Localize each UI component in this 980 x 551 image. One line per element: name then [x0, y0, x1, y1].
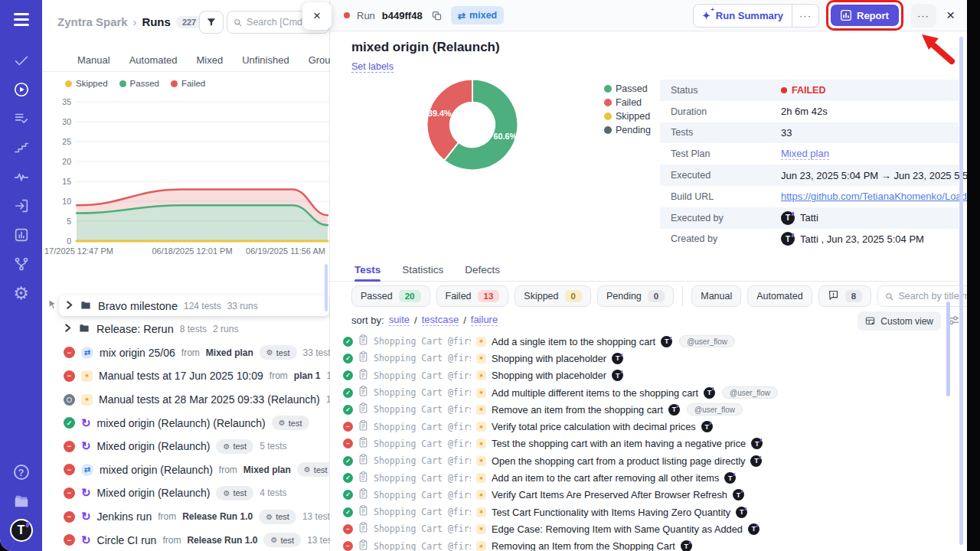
test-row[interactable]: −Shopping Cart @firs...✶Test the shoppin… — [330, 435, 958, 452]
test-row[interactable]: ✓Shopping Cart @firs...✶Add multiple dif… — [330, 384, 958, 401]
tab-mixed[interactable]: Mixed — [197, 54, 224, 66]
run-plan-name[interactable]: plan 1 — [294, 370, 321, 381]
user-avatar-button[interactable]: T — [0, 516, 42, 545]
clipboard-icon — [358, 454, 368, 465]
run-type-badge[interactable]: ⇄ mixed — [451, 6, 505, 24]
run-from-label: from — [270, 370, 288, 381]
test-row[interactable]: ✓Shopping Cart @firs...✶Add an item to t… — [330, 469, 958, 486]
tag-label: test — [276, 512, 289, 521]
filter-chip-passed[interactable]: Passed20 — [351, 285, 430, 307]
run-list-item[interactable]: −⇄mix origin 25/06fromMixed plan⚙test33 … — [42, 341, 329, 365]
donut-legend-item: Failed — [604, 97, 651, 108]
sidebar-item-activity[interactable] — [0, 162, 42, 191]
runs-panel-scrollbar[interactable] — [325, 264, 328, 311]
tab-tests[interactable]: Tests — [354, 258, 381, 281]
filter-chip-automated[interactable]: Automated — [747, 285, 812, 307]
run-summary-more-button[interactable]: ··· — [792, 5, 818, 27]
details-row: StatusFAILED — [660, 80, 959, 101]
run-group-row[interactable]: Release: Rerun8 tests2 runs — [42, 318, 329, 341]
test-row[interactable]: −Shopping Cart @firs...✶Removing an Item… — [330, 538, 958, 551]
projects-button[interactable] — [0, 487, 42, 516]
relaunch-run-icon: ↻ — [81, 486, 91, 500]
test-row[interactable]: ✓Shopping Cart @firs...✶Add a single ite… — [330, 333, 958, 350]
sidebar-item-testcases[interactable] — [0, 46, 42, 75]
filter-button[interactable] — [199, 11, 224, 34]
run-list-item[interactable]: −↻Mixed origin (Relaunch)⚙test4 tests — [42, 481, 329, 505]
close-detail-button[interactable]: × — [943, 7, 958, 24]
run-list-item[interactable]: −✶Manual tests at 17 Jun 2025 10:09fromp… — [42, 364, 329, 388]
panel-close-button[interactable]: × — [302, 2, 332, 30]
sidebar-item-milestones[interactable] — [0, 133, 42, 162]
x-axis-tick: 17/2025 12:47 PM — [44, 246, 113, 256]
custom-view-button[interactable]: Custom view — [858, 311, 941, 331]
run-list-item[interactable]: −↻Mixed origin (Relaunch)⚙test5 tests — [42, 435, 329, 458]
filter-chip-skipped[interactable]: Skipped0 — [514, 285, 591, 307]
run-list-item[interactable]: −⇄mixed origin (Relaunch)fromMixed plan⚙… — [42, 458, 329, 482]
run-list-item[interactable]: −↻Jenkins runfromRelease Run 1.0⚙test13 … — [42, 505, 329, 529]
test-search-input[interactable] — [898, 291, 967, 302]
run-plan-name[interactable]: Release Run 1.0 — [182, 511, 253, 522]
status-passed-icon: ✓ — [64, 417, 75, 429]
tab-automated[interactable]: Automated — [129, 54, 178, 66]
panel-scrollbar[interactable] — [959, 37, 963, 545]
run-list-item[interactable]: ✶Manual tests at 28 Mar 2025 09:33 (Rela… — [42, 388, 329, 412]
tab-unfinished[interactable]: Unfinished — [242, 54, 289, 66]
more-actions-button[interactable]: ··· — [910, 4, 936, 28]
test-plan-link[interactable]: Mixed plan — [781, 148, 829, 160]
run-plan-name[interactable]: Mixed plan — [243, 465, 291, 475]
sidebar-item-reports[interactable] — [0, 220, 42, 249]
page-title: Runs — [142, 15, 171, 28]
report-button[interactable]: Report — [831, 5, 899, 26]
run-group-row[interactable]: Bravo milestone124 tests33 runs — [59, 295, 329, 316]
tab-statistics[interactable]: Statistics — [402, 258, 443, 281]
build-url-link[interactable]: https://github.com/TetianaKhomenko/Load-… — [781, 191, 967, 202]
test-row[interactable]: ✓Shopping Cart @firs...✶Remove an item f… — [330, 401, 958, 418]
clipboard-icon — [358, 505, 368, 519]
copy-run-id-button[interactable] — [430, 8, 444, 23]
run-list-item[interactable]: ✓↻mixed origin (Relaunch) (Relaunch)⚙tes… — [42, 411, 329, 435]
test-row[interactable]: ✓Shopping Cart @firs...✶Verify Cart Item… — [330, 487, 958, 504]
test-list-scrollbar[interactable] — [946, 302, 950, 396]
test-row[interactable]: ✓Shopping Cart @firs...✶Open the shoppin… — [330, 452, 958, 469]
legend-label: Failed — [181, 79, 205, 88]
tab-defects[interactable]: Defects — [465, 258, 500, 281]
sort-by-failure[interactable]: failure — [471, 314, 498, 326]
comments-filter-chip[interactable]: 8 — [818, 285, 871, 307]
run-from-label: from — [162, 535, 181, 546]
details-value: TTatti , Jun 23, 2025 5:04 PM — [781, 232, 924, 246]
sort-by-suite[interactable]: suite — [389, 314, 410, 326]
run-summary-button[interactable]: ✦ Run Summary — [694, 5, 792, 27]
sidebar-item-runs[interactable] — [0, 75, 42, 104]
filter-chip-failed[interactable]: Failed13 — [436, 285, 509, 307]
clipboard-icon — [358, 488, 368, 502]
set-labels-link[interactable]: Set labels — [351, 61, 394, 73]
filter-chip-pending[interactable]: Pending0 — [597, 285, 674, 307]
sort-by-testcase[interactable]: testcase — [422, 314, 459, 326]
sidebar-item-shared-steps[interactable] — [0, 104, 42, 133]
test-row[interactable]: −Shopping Cart @firs...✶Edge Case: Remov… — [330, 520, 958, 537]
help-button[interactable]: ? — [0, 458, 42, 487]
test-row[interactable]: ✓Shopping Cart @firs...✶Shopping with pl… — [330, 350, 958, 367]
menu-button[interactable] — [0, 5, 42, 34]
gear-icon: ⚙ — [13, 285, 29, 302]
run-list-item[interactable]: −↻Circle CI runfromRelease Run 1.0⚙test1… — [42, 528, 329, 551]
chip-label: Failed — [446, 291, 472, 302]
clipboard-icon — [358, 437, 368, 448]
sidebar-item-integrations[interactable] — [0, 249, 42, 279]
tab-manual[interactable]: Manual — [77, 54, 110, 66]
breadcrumb-project[interactable]: Zyntra Spark — [57, 15, 128, 28]
test-row[interactable]: ✓Shopping Cart @firs...✶Shopping with pl… — [330, 367, 958, 384]
expand-chevron[interactable] — [64, 323, 72, 335]
run-plan-name[interactable]: Mixed plan — [206, 347, 253, 358]
svg-text:25: 25 — [62, 137, 71, 146]
run-plan-name[interactable]: Release Run 1.0 — [187, 535, 257, 546]
test-row[interactable]: ✓Shopping Cart @firs...✶Test Cart Functi… — [330, 504, 958, 520]
tag-label: test — [314, 465, 328, 474]
test-row[interactable]: −Shopping Cart @firs...✶Verify total pri… — [330, 418, 958, 435]
expand-chevron[interactable] — [65, 300, 74, 312]
sidebar-item-requirements[interactable] — [0, 191, 42, 220]
tag-label: test — [280, 536, 294, 545]
sidebar-item-settings[interactable]: ⚙ — [0, 279, 42, 308]
filter-chip-manual[interactable]: Manual — [691, 285, 741, 307]
test-suite-path: Shopping Cart @firs... — [374, 370, 471, 381]
